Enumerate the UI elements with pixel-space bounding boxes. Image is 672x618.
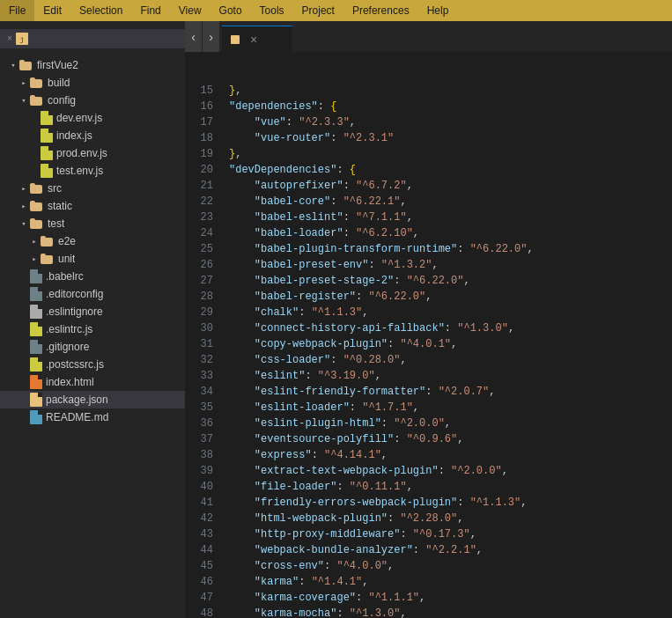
line-numbers: 1516171819202122232425262728293031323334… — [185, 83, 220, 618]
tree-item-label: .eslintignore — [46, 305, 103, 318]
sidebar: × j ▾firstVue2▸build▾configdev.env.jsind… — [0, 21, 185, 618]
chevron-icon: ▸ — [28, 237, 41, 246]
code-line: "file-loader": "^0.11.1", — [229, 479, 672, 495]
code-line: "babel-loader": "^6.2.10", — [229, 225, 672, 241]
line-number: 16 — [185, 99, 213, 114]
tree-item-dev-env.js[interactable]: dev.env.js — [0, 109, 185, 127]
line-number: 27 — [185, 273, 213, 289]
code-line: "http-proxy-middleware": "^0.17.3", — [229, 526, 672, 542]
tree-item--editorconfig[interactable]: .editorconfig — [0, 285, 185, 303]
tree-item-unit[interactable]: ▸unit — [0, 250, 185, 268]
line-number: 24 — [185, 225, 213, 241]
tree-item-label: .postcssrc.js — [46, 358, 104, 371]
line-number: 21 — [185, 178, 213, 194]
tree-item-label: index.html — [46, 376, 94, 388]
tree-item-label: build — [48, 77, 70, 89]
tree-item-label: .babelrc — [46, 270, 84, 283]
tree-item-test[interactable]: ▾test — [0, 215, 185, 232]
tree-item-build[interactable]: ▸build — [0, 74, 185, 92]
menu-item-tools[interactable]: Tools — [251, 0, 293, 21]
folder-icon — [41, 236, 55, 246]
tree-item-e2e[interactable]: ▸e2e — [0, 232, 185, 250]
tree-item-index-html[interactable]: index.html — [0, 373, 185, 391]
tab-package-json[interactable]: × — [222, 26, 292, 52]
file-icon — [30, 375, 42, 389]
open-file-item[interactable]: × j — [0, 29, 185, 48]
tree-item-label: e2e — [58, 235, 76, 247]
line-number: 35 — [185, 400, 213, 416]
line-number: 29 — [185, 305, 213, 320]
tree-item--gitignore[interactable]: .gitignore — [0, 338, 185, 356]
close-icon[interactable]: × — [7, 34, 12, 44]
tree-item-README-md[interactable]: README.md — [0, 408, 185, 426]
tree-item-label: test — [48, 217, 64, 230]
tree-item-index-js[interactable]: index.js — [0, 127, 185, 144]
main-layout: × j ▾firstVue2▸build▾configdev.env.jsind… — [0, 21, 672, 618]
tree-item--postcssrc.js[interactable]: .postcssrc.js — [0, 356, 185, 373]
line-number: 17 — [185, 114, 213, 130]
tree-item--babelrc[interactable]: .babelrc — [0, 268, 185, 285]
line-number: 40 — [185, 479, 213, 495]
tree-item-config[interactable]: ▾config — [0, 92, 185, 109]
code-line: "cross-env": "^4.0.0", — [229, 558, 672, 574]
menu-item-edit[interactable]: Edit — [34, 0, 70, 21]
line-number: 26 — [185, 257, 213, 273]
code-line: }, — [229, 83, 672, 99]
folder-icon — [30, 77, 44, 88]
tree-item-package-json[interactable]: package.json — [0, 391, 185, 408]
line-number: 42 — [185, 511, 213, 526]
code-content[interactable]: },"dependencies": { "vue": "^2.3.3", "vu… — [220, 83, 672, 618]
tree-item-label: firstVue2 — [37, 59, 78, 71]
code-line: "dependencies": { — [229, 99, 672, 114]
file-icon — [30, 357, 42, 372]
code-line: "eslint-friendly-formatter": "^2.0.7", — [229, 384, 672, 400]
content-area: ‹ › × 1516171819202122232425262728293031… — [185, 21, 672, 618]
chevron-icon: ▸ — [28, 254, 41, 264]
line-number: 32 — [185, 352, 213, 368]
line-number: 18 — [185, 130, 213, 146]
menu-item-help[interactable]: Help — [418, 0, 458, 21]
code-line: "autoprefixer": "^6.7.2", — [229, 178, 672, 194]
line-number: 20 — [185, 162, 213, 178]
line-number: 28 — [185, 289, 213, 305]
menu-item-goto[interactable]: Goto — [210, 0, 251, 21]
menu-item-view[interactable]: View — [170, 0, 210, 21]
folder-icon — [30, 218, 44, 229]
tree-item--eslintignore[interactable]: .eslintignore — [0, 303, 185, 320]
tabs: × — [222, 21, 672, 52]
code-line: "webpack-bundle-analyzer": "^2.2.1", — [229, 542, 672, 558]
tree-item-src[interactable]: ▸src — [0, 180, 185, 197]
line-number: 30 — [185, 320, 213, 336]
tree-item-test-env.js[interactable]: test.env.js — [0, 162, 185, 180]
menu-item-file[interactable]: File — [0, 0, 34, 21]
tab-file-icon — [231, 35, 240, 44]
menu-item-selection[interactable]: Selection — [70, 0, 131, 21]
tree-item-firstVue2[interactable]: ▾firstVue2 — [0, 56, 185, 74]
menu-bar: FileEditSelectionFindViewGotoToolsProjec… — [0, 0, 672, 21]
line-number: 41 — [185, 495, 213, 511]
menu-item-preferences[interactable]: Preferences — [343, 0, 418, 21]
tree-item-prod-env.js[interactable]: prod.env.js — [0, 144, 185, 162]
file-icon — [41, 129, 53, 143]
tree-item--eslintrc.js[interactable]: .eslintrc.js — [0, 320, 185, 338]
line-number: 37 — [185, 431, 213, 447]
chevron-icon: ▸ — [18, 78, 30, 88]
nav-back-button[interactable]: ‹ — [185, 21, 203, 52]
tab-close-icon[interactable]: × — [250, 33, 257, 46]
line-number: 45 — [185, 558, 213, 574]
file-icon — [30, 269, 42, 283]
line-number: 15 — [185, 83, 213, 99]
menu-item-find[interactable]: Find — [131, 0, 169, 21]
chevron-icon: ▾ — [18, 219, 30, 229]
nav-forward-button[interactable]: › — [203, 21, 220, 52]
menu-item-project[interactable]: Project — [293, 0, 343, 21]
tree-item-static[interactable]: ▸static — [0, 197, 185, 215]
file-icon — [30, 340, 42, 354]
tree-item-label: prod.env.js — [56, 147, 107, 159]
line-number: 38 — [185, 447, 213, 463]
line-number: 23 — [185, 210, 213, 225]
line-number: 25 — [185, 241, 213, 257]
file-icon — [41, 164, 53, 178]
file-icon — [30, 410, 42, 424]
line-number: 34 — [185, 384, 213, 400]
